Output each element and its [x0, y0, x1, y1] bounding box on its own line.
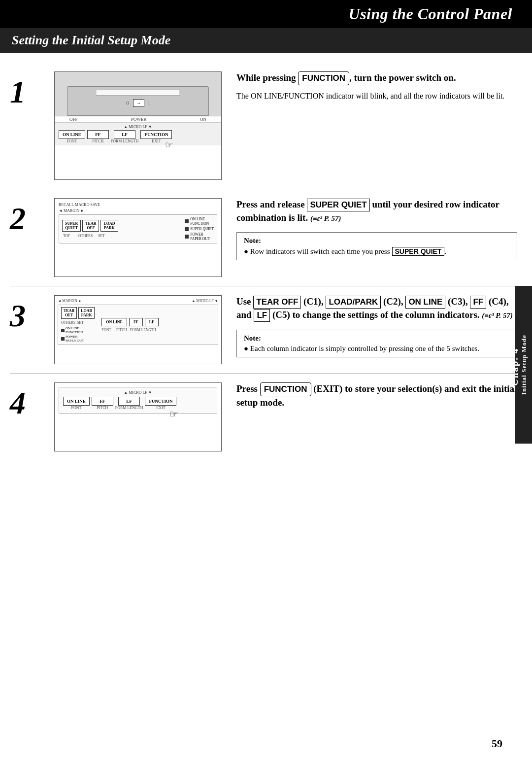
function-key-4: FUNCTION	[260, 382, 311, 396]
dot-1	[185, 219, 189, 223]
load-park-btn[interactable]: LOADPARK	[100, 220, 118, 232]
dot-left-2	[61, 337, 65, 341]
dot-2	[185, 227, 189, 231]
ff-key: FF	[470, 296, 486, 309]
step-2-note-body: ● Row indicators will switch each time y…	[244, 247, 510, 256]
step-3-note: Note: ● Each column indicator is simply …	[236, 330, 517, 357]
step3-panel: ◄ MARGIN ► ▲ MICRO LF ▼ TEAROFF LOADPARK…	[58, 299, 218, 345]
lf-key: LF	[254, 309, 270, 322]
arrow-button[interactable]: →	[133, 99, 144, 107]
on-text: ON	[200, 117, 206, 122]
ff-btn-3[interactable]: FF	[129, 318, 143, 326]
tof-label: TOF	[63, 234, 70, 238]
page-header: Using the Control Panel	[0, 0, 532, 28]
super-quiet-key-note: SUPER QUIET	[392, 247, 445, 256]
tear-off-btn-3[interactable]: TEAROFF	[61, 307, 77, 319]
on-label: I	[148, 101, 150, 105]
online-btn-4[interactable]: ON LINE	[63, 397, 90, 406]
indicator-label-2: SUPER QUIET	[190, 227, 214, 231]
online-btn-group: ON LINE FONT	[59, 130, 85, 143]
step-2-note-title: Note:	[244, 237, 510, 245]
dot-3	[185, 235, 189, 239]
function-label: EXIT	[152, 139, 161, 143]
step3-left-indicators: ON LINEFUNCTION POWERPAPER OUT	[61, 326, 95, 343]
function-btn[interactable]: FUNCTION	[140, 130, 172, 139]
step4-lf-group: LF FORM LENGTH	[115, 397, 143, 410]
ff-btn[interactable]: FF	[87, 130, 109, 139]
step-4-main-instruction: Press FUNCTION (EXIT) to store your sele…	[236, 382, 517, 409]
set-label-3: SET	[77, 320, 83, 325]
step2-panel-section: SUPERQUIET TEAROFF LOADPARK TOF OTHERS S…	[59, 214, 217, 243]
page-number: 59	[492, 737, 502, 750]
step4-panel: ▲ MICRO LF ▼ ON LINE FONT FF PITCH LF FO	[59, 387, 217, 414]
ind-text-1: ON LINEFUNCTION	[66, 326, 83, 334]
step-1-diagram: O → I OFF POWER ON ▲ MICRO LF ▼ ON LINE	[54, 71, 222, 180]
lf-btn-4[interactable]: LF	[118, 397, 140, 406]
ff-btn-4[interactable]: FF	[92, 397, 113, 406]
off-text: OFF	[69, 117, 78, 122]
step4-online-group: ON LINE FONT	[63, 397, 90, 410]
step-1-row: 1 O → I OFF POWER ON	[0, 63, 532, 189]
step-4-text: Press FUNCTION (EXIT) to store your sele…	[236, 382, 517, 409]
tear-off-btn[interactable]: TEAROFF	[82, 220, 99, 232]
section-title-bar: Setting the Initial Setup Mode	[0, 28, 532, 53]
ind-online-3: ON LINEFUNCTION	[61, 326, 95, 334]
step2-recall-label: RECALL·MACRO·SAVE	[59, 203, 217, 207]
tear-off-key: TEAR OFF	[253, 296, 301, 309]
step-2-number: 2	[10, 203, 39, 235]
step-2-row: 2 RECALL·MACRO·SAVE ◄ MARGIN ► SUPERQUIE…	[0, 189, 532, 286]
step-1-text: While pressing FUNCTION, turn the power …	[236, 71, 517, 102]
ind-power-3: POWERPAPER OUT	[61, 335, 95, 343]
step3-left-btns: TEAROFF LOADPARK	[61, 307, 95, 319]
step2-labels-row: TOF OTHERS SET	[62, 234, 118, 238]
others-label-3: OTHERS	[61, 320, 75, 325]
step-2-note: Note: ● Row indicators will switch each …	[236, 232, 517, 260]
online-label: FONT	[66, 139, 77, 143]
indicator-label-1: ON LINEFUNCTION	[190, 217, 209, 226]
off-label: O	[126, 101, 129, 105]
lf-btn[interactable]: LF	[114, 130, 135, 139]
step3-margin-label: ◄ MARGIN ►	[58, 299, 82, 303]
step4-inner: ▲ MICRO LF ▼ ON LINE FONT FF PITCH LF FO	[59, 387, 217, 414]
step-3-main-instruction: Use TEAR OFF (C1), LOAD/PARK (C2), ON LI…	[236, 295, 517, 322]
online-btn[interactable]: ON LINE	[59, 130, 85, 139]
dot-left-1	[61, 329, 65, 332]
step-3-note-body: ● Each column indicator is simply contro…	[244, 345, 510, 353]
font-label-3: FONT	[101, 328, 111, 332]
lf-label-4: FORM LENGTH	[115, 406, 143, 410]
function-label-4: EXIT	[156, 406, 165, 410]
set-label: SET	[98, 234, 104, 238]
step2-panel: RECALL·MACRO·SAVE ◄ MARGIN ► SUPERQUIET …	[59, 203, 217, 243]
function-btn-4[interactable]: FUNCTION	[145, 397, 176, 406]
chap-label: Chap. 4	[509, 347, 520, 385]
step2-margin-label: ◄ MARGIN ►	[59, 208, 217, 213]
side-tab: Chap. 4 Initial Setup Mode	[515, 286, 532, 444]
online-btn-3[interactable]: ON LINE	[101, 318, 127, 326]
step4-ff-group: FF PITCH	[92, 397, 113, 410]
step3-left-labels: OTHERS SET	[61, 320, 95, 325]
lf-label: FORM LENGTH	[111, 139, 139, 143]
indicator-super-quiet: SUPER QUIET	[185, 227, 214, 231]
step2-indicators: ON LINEFUNCTION SUPER QUIET POWERPAPER O…	[185, 217, 214, 241]
step3-header-labels: ◄ MARGIN ► ▲ MICRO LF ▼	[58, 299, 218, 303]
step3-microlflabel: ▲ MICRO LF ▼	[192, 299, 218, 303]
step2-top-btn-row: SUPERQUIET TEAROFF LOADPARK	[62, 220, 118, 232]
step-4-number: 4	[10, 387, 39, 419]
load-park-btn-3[interactable]: LOADPARK	[78, 307, 95, 319]
super-quiet-key: SUPER QUIET	[307, 199, 369, 211]
finger-icon-1: ☞	[165, 139, 173, 150]
step1-control-panel: ▲ MICRO LF ▼ ON LINE FONT FF PITCH LF FO…	[55, 122, 221, 145]
pitch-label-3: PITCH	[116, 328, 127, 332]
super-quiet-btn[interactable]: SUPERQUIET	[62, 220, 81, 232]
step-2-text: Press and release SUPER QUIET until your…	[236, 198, 517, 260]
lf-btn-3[interactable]: LF	[145, 318, 159, 326]
step3-panel-section: TEAROFF LOADPARK OTHERS SET ON LINEFUNCT…	[58, 305, 218, 345]
step-4-diagram: ▲ MICRO LF ▼ ON LINE FONT FF PITCH LF FO	[54, 382, 222, 451]
step4-function-group: FUNCTION EXIT ☞	[145, 397, 176, 410]
step-3-row: 3 ◄ MARGIN ► ▲ MICRO LF ▼ TEAROFF LOADPA…	[0, 286, 532, 373]
function-key-1: FUNCTION	[298, 71, 349, 85]
step-3-diagram: ◄ MARGIN ► ▲ MICRO LF ▼ TEAROFF LOADPARK…	[54, 295, 222, 364]
step2-left-btns: SUPERQUIET TEAROFF LOADPARK TOF OTHERS S…	[62, 220, 118, 238]
step3-left-group: TEAROFF LOADPARK OTHERS SET ON LINEFUNCT…	[61, 307, 95, 343]
finger-icon-4: ☞	[169, 408, 178, 420]
